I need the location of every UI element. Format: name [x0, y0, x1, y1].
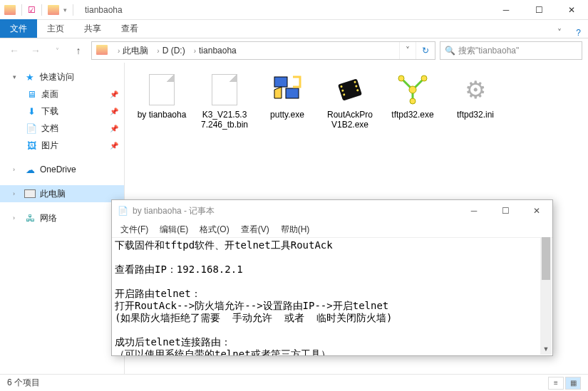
file-tab[interactable]: 文件 — [0, 19, 37, 38]
svg-rect-1 — [286, 88, 299, 98]
breadcrumb[interactable]: ›此电脑 ›D (D:) ›tianbaoha ˅ ↻ — [91, 41, 435, 60]
notepad-minimize-button[interactable]: ─ — [458, 200, 490, 221]
notepad-menu-view[interactable]: 查看(V) — [237, 223, 274, 236]
sidebar-item-network[interactable]: ›🖧网络 — [0, 209, 124, 226]
explorer-titlebar: ☑ ▾ tianbaoha ─ ☐ ✕ — [0, 0, 588, 20]
chevron-right-icon[interactable]: › — [194, 47, 196, 55]
notepad-icon: 📄 — [118, 206, 128, 216]
crumb-drive[interactable]: D (D:) — [163, 46, 185, 56]
svg-rect-0 — [274, 77, 287, 87]
details-view-button[interactable]: ≡ — [548, 377, 564, 390]
notepad-window[interactable]: 📄 by tianbaoha - 记事本 ─ ☐ ✕ 文件(F) 编辑(E) 格… — [111, 199, 553, 356]
chevron-right-icon[interactable]: › — [118, 47, 120, 55]
search-input[interactable]: 🔍 搜索"tianbaoha" — [440, 41, 582, 60]
pin-icon: 📌 — [110, 142, 118, 150]
file-item[interactable]: K3_V21.5.37.246_tb.bin — [196, 70, 253, 132]
status-bar: 6 个项目 ≡ ▦ — [0, 374, 588, 391]
notepad-textarea[interactable]: 下载固件和tftpd软件、开telnet工具RoutAck 查看路由IP：192… — [112, 237, 552, 355]
chevron-right-icon[interactable]: › — [157, 47, 159, 55]
pin-icon: 📌 — [110, 108, 118, 115]
notepad-menu-edit[interactable]: 编辑(E) — [155, 223, 192, 236]
pc-icon — [24, 188, 36, 199]
file-label: by tianbaoha — [138, 110, 187, 120]
back-button[interactable]: ← — [6, 42, 23, 59]
up-button[interactable]: ↑ — [70, 42, 87, 59]
expand-ribbon-icon[interactable]: ˅ — [550, 28, 569, 38]
tab-view[interactable]: 查看 — [111, 19, 148, 38]
file-item[interactable]: RoutAckProV1B2.exe — [321, 70, 378, 132]
notepad-menu-file[interactable]: 文件(F) — [116, 223, 153, 236]
sidebar-item-thispc[interactable]: ›此电脑 — [0, 185, 124, 202]
onedrive-icon: ☁ — [24, 164, 36, 175]
window-title: tianbaoha — [85, 5, 123, 15]
ribbon-tabs: 文件 主页 共享 查看 ˅ ? — [0, 20, 588, 38]
address-row: ← → ˅ ↑ ›此电脑 ›D (D:) ›tianbaoha ˅ ↻ 🔍 搜索… — [0, 38, 588, 63]
maximize-button[interactable]: ☐ — [522, 0, 555, 20]
file-item[interactable]: ⚙tftpd32.ini — [447, 70, 504, 132]
file-thumb-icon — [145, 73, 179, 107]
minimize-button[interactable]: ─ — [490, 0, 522, 20]
file-label: tftpd32.exe — [391, 110, 433, 120]
pin-icon: 📌 — [110, 90, 118, 98]
icons-view-button[interactable]: ▦ — [565, 377, 581, 390]
tab-share[interactable]: 共享 — [74, 19, 111, 38]
desktop-icon: 🖥 — [26, 88, 37, 100]
chevron-down-icon[interactable]: ▾ — [63, 6, 67, 14]
file-thumb-icon — [270, 73, 304, 107]
tab-home[interactable]: 主页 — [37, 19, 74, 38]
file-label: RoutAckProV1B2.exe — [324, 110, 376, 130]
notepad-titlebar[interactable]: 📄 by tianbaoha - 记事本 ─ ☐ ✕ — [112, 200, 552, 221]
search-icon: 🔍 — [445, 46, 455, 56]
svg-point-10 — [421, 75, 427, 81]
navigation-pane: ▾★快速访问 🖥桌面📌 ⬇下载📌 📄文档📌 🖼图片📌 ›☁OneDrive ›此… — [0, 63, 125, 374]
pin-icon: 📌 — [110, 125, 118, 132]
file-label: K3_V21.5.37.246_tb.bin — [199, 110, 250, 130]
address-dropdown-icon[interactable]: ˅ — [399, 42, 416, 59]
file-thumb-icon — [207, 73, 242, 107]
recent-button[interactable]: ˅ — [48, 42, 66, 59]
sidebar-item-downloads[interactable]: ⬇下载📌 — [0, 103, 124, 120]
scroll-down-icon[interactable]: ▼ — [540, 343, 552, 355]
sidebar-item-desktop[interactable]: 🖥桌面📌 — [0, 85, 124, 103]
svg-point-12 — [409, 86, 416, 93]
svg-point-9 — [398, 75, 404, 81]
crumb-thispc[interactable]: 此电脑 — [123, 45, 148, 57]
network-icon: 🖧 — [24, 212, 36, 224]
qat-checkbox-icon[interactable]: ☑ — [28, 5, 36, 15]
close-button[interactable]: ✕ — [555, 0, 588, 20]
notepad-menu-help[interactable]: 帮助(H) — [277, 223, 314, 236]
svg-point-11 — [410, 98, 416, 104]
notepad-scrollbar[interactable]: ▲ ▼ — [540, 237, 552, 355]
sidebar-item-documents[interactable]: 📄文档📌 — [0, 120, 124, 137]
sidebar-item-quickaccess[interactable]: ▾★快速访问 — [0, 68, 124, 85]
crumb-folder[interactable]: tianbaoha — [199, 46, 237, 56]
folder-icon — [96, 45, 108, 55]
forward-button[interactable]: → — [27, 42, 44, 59]
document-icon: 📄 — [26, 122, 37, 134]
notepad-title: by tianbaoha - 记事本 — [133, 205, 215, 217]
notepad-menubar: 文件(F) 编辑(E) 格式(O) 查看(V) 帮助(H) — [112, 221, 552, 237]
picture-icon: 🖼 — [26, 140, 37, 151]
file-thumb-icon — [396, 73, 430, 107]
help-icon[interactable]: ? — [569, 28, 588, 38]
folder-icon — [4, 5, 16, 15]
star-icon: ★ — [24, 71, 36, 83]
file-label: putty.exe — [270, 110, 304, 120]
scroll-thumb[interactable] — [542, 237, 550, 280]
notepad-maximize-button[interactable]: ☐ — [490, 200, 521, 221]
search-placeholder: 搜索"tianbaoha" — [458, 45, 519, 57]
sidebar-item-onedrive[interactable]: ›☁OneDrive — [0, 161, 124, 178]
file-item[interactable]: tftpd32.exe — [384, 70, 441, 132]
file-label: tftpd32.ini — [457, 110, 494, 120]
download-icon: ⬇ — [26, 105, 37, 117]
file-item[interactable]: putty.exe — [259, 70, 316, 132]
file-item[interactable]: by tianbaoha — [133, 70, 190, 132]
refresh-icon[interactable]: ↻ — [416, 42, 435, 59]
file-thumb-icon: ⚙ — [458, 73, 492, 107]
file-thumb-icon — [333, 73, 367, 107]
sidebar-item-pictures[interactable]: 🖼图片📌 — [0, 137, 124, 154]
notepad-close-button[interactable]: ✕ — [521, 200, 552, 221]
folder-icon — [48, 5, 59, 15]
notepad-menu-format[interactable]: 格式(O) — [195, 223, 233, 236]
item-count: 6 个项目 — [7, 377, 40, 389]
